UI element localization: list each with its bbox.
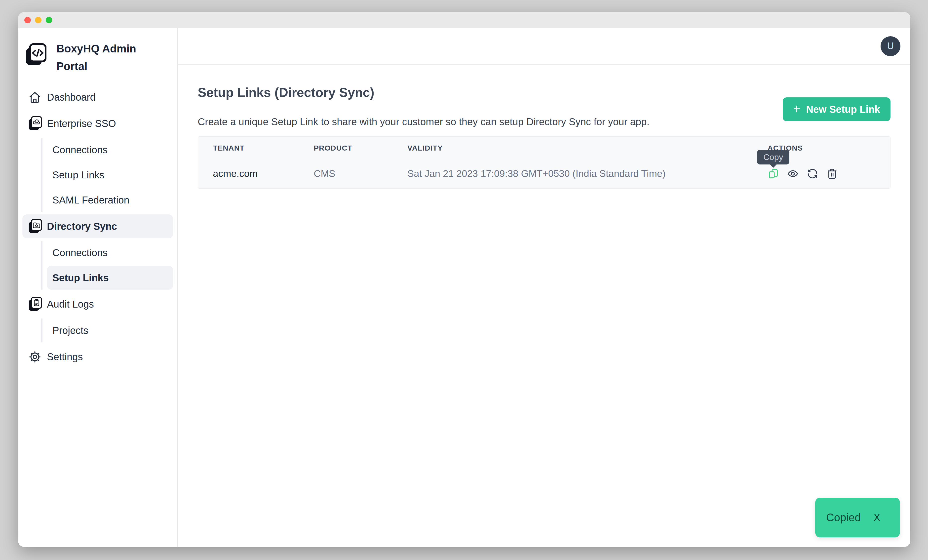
sidebar-item-label: Dashboard: [47, 92, 96, 103]
cell-tenant: acme.com: [198, 168, 314, 179]
sub-item-label: SAML Federation: [52, 195, 130, 206]
column-header-product: PRODUCT: [314, 144, 408, 152]
trash-icon: [826, 168, 838, 179]
window-close-button[interactable]: [24, 17, 31, 23]
boxyhq-logo-icon: [26, 43, 46, 66]
sidebar-nav: Dashboard: [18, 85, 177, 369]
top-header-bar: U: [178, 28, 910, 65]
toast-close-button[interactable]: X: [874, 512, 880, 523]
copied-toast: Copied X: [815, 497, 900, 537]
sub-item-label: Setup Links: [52, 272, 109, 284]
sidebar-item-enterprise-sso[interactable]: Enterprise SSO: [22, 111, 173, 136]
app-window: BoxyHQ Admin Portal Dashboard: [18, 12, 910, 547]
gear-icon: [28, 349, 42, 364]
cell-validity: Sat Jan 21 2023 17:09:38 GMT+0530 (India…: [408, 168, 768, 179]
app-body: BoxyHQ Admin Portal Dashboard: [18, 28, 910, 547]
cell-product: CMS: [314, 168, 408, 179]
copy-tooltip: Copy: [757, 150, 789, 165]
page-content: Setup Links (Directory Sync) Create a un…: [178, 65, 910, 189]
toast-message: Copied: [826, 511, 861, 524]
column-header-validity: VALIDITY: [408, 144, 768, 152]
sidebar-item-label: Settings: [47, 351, 83, 363]
sidebar-item-label: Audit Logs: [47, 299, 94, 310]
sub-item-label: Connections: [52, 144, 108, 156]
window-maximize-button[interactable]: [46, 17, 52, 23]
sidebar-subitem-sso-connections[interactable]: Connections: [47, 138, 173, 162]
sidebar-item-label: Enterprise SSO: [47, 118, 116, 129]
sidebar-subitem-projects[interactable]: Projects: [47, 319, 173, 342]
audit-keycap-icon: [28, 297, 42, 311]
brand: BoxyHQ Admin Portal: [18, 40, 177, 75]
brand-title: BoxyHQ Admin Portal: [56, 40, 148, 75]
copy-link-button[interactable]: Copy: [768, 168, 779, 179]
user-avatar[interactable]: U: [881, 36, 901, 56]
sidebar-item-dashboard[interactable]: Dashboard: [22, 85, 173, 109]
home-icon: [28, 90, 42, 105]
sidebar-subitem-sso-setup-links[interactable]: Setup Links: [47, 163, 173, 187]
enterprise-sso-submenu: Connections Setup Links SAML Federation: [41, 138, 173, 212]
eye-icon: [787, 168, 798, 179]
setup-links-table: TENANT PRODUCT VALIDITY ACTIONS acme.com…: [198, 136, 890, 189]
sub-item-label: Connections: [52, 247, 108, 258]
sidebar-subitem-dsync-setup-links[interactable]: Setup Links: [47, 266, 173, 290]
view-link-button[interactable]: [787, 168, 798, 179]
sso-keycap-icon: [28, 116, 42, 131]
plus-icon: +: [793, 102, 801, 115]
window-minimize-button[interactable]: [35, 17, 41, 23]
directory-sync-submenu: Connections Setup Links: [41, 241, 173, 290]
sidebar-item-audit-logs[interactable]: Audit Logs: [22, 292, 173, 316]
sidebar-item-settings[interactable]: Settings: [22, 345, 173, 369]
copy-icon: [768, 168, 779, 179]
sub-item-label: Setup Links: [52, 169, 104, 181]
new-setup-link-button[interactable]: + New Setup Link: [783, 98, 890, 121]
sidebar: BoxyHQ Admin Portal Dashboard: [18, 28, 178, 547]
sub-item-label: Projects: [52, 325, 89, 336]
new-setup-link-label: New Setup Link: [806, 104, 880, 115]
sidebar-subitem-saml-federation[interactable]: SAML Federation: [47, 188, 173, 212]
main-area: U Setup Links (Directory Sync) Create a …: [178, 28, 910, 547]
sidebar-item-label: Directory Sync: [47, 221, 117, 232]
sidebar-item-directory-sync[interactable]: Directory Sync: [22, 214, 173, 238]
regenerate-link-button[interactable]: [807, 168, 818, 179]
sidebar-subitem-dsync-connections[interactable]: Connections: [47, 241, 173, 265]
cell-actions: Copy: [768, 168, 890, 179]
delete-link-button[interactable]: [826, 168, 838, 179]
directory-keycap-icon: [28, 219, 42, 234]
window-titlebar: [18, 12, 910, 28]
table-row: acme.com CMS Sat Jan 21 2023 17:09:38 GM…: [198, 159, 890, 188]
audit-logs-submenu: Projects: [41, 319, 173, 342]
regenerate-icon: [807, 168, 818, 179]
column-header-tenant: TENANT: [198, 144, 314, 152]
